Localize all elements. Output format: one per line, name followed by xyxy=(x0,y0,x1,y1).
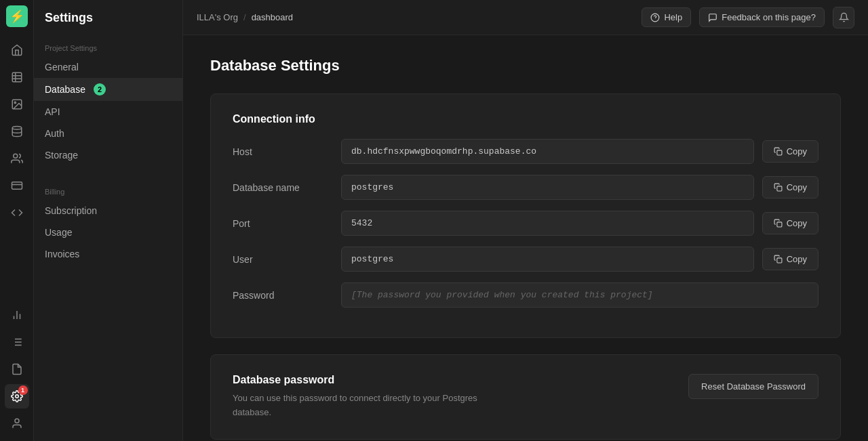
nav-icon-database[interactable] xyxy=(5,119,29,144)
sidebar-item-invoices[interactable]: Invoices xyxy=(34,243,182,265)
sidebar-item-storage-label: Storage xyxy=(45,150,78,161)
bell-icon xyxy=(839,12,849,22)
feedback-label: Feedback on this page? xyxy=(722,12,816,22)
db-password-title: Database password xyxy=(233,374,517,386)
page-title: Database Settings xyxy=(210,57,841,75)
breadcrumb-org[interactable]: ILLA's Org xyxy=(197,12,238,22)
settings-badge: 1 xyxy=(18,385,28,395)
password-row: Password [The password you provided when… xyxy=(233,282,818,308)
host-copy-label: Copy xyxy=(787,146,807,156)
sidebar-item-api[interactable]: API xyxy=(34,101,182,123)
sidebar-item-auth[interactable]: Auth xyxy=(34,123,182,144)
app-logo[interactable]: ⚡ xyxy=(6,5,28,27)
reset-db-password-button[interactable]: Reset Database Password xyxy=(688,374,818,399)
svg-rect-8 xyxy=(12,182,22,190)
sidebar-item-invoices-label: Invoices xyxy=(45,249,79,259)
breadcrumb-sep: / xyxy=(243,12,246,22)
nav-sidebar: Settings Project Settings General Databa… xyxy=(34,0,183,441)
nav-icon-user[interactable] xyxy=(5,411,29,436)
svg-rect-0 xyxy=(12,72,22,82)
db-password-section: Database password You can use this passw… xyxy=(233,374,818,420)
user-row: User postgres Copy xyxy=(233,247,818,272)
sidebar-item-subscription-label: Subscription xyxy=(45,205,97,216)
port-label: Port xyxy=(233,218,328,229)
feedback-button[interactable]: Feedback on this page? xyxy=(699,7,825,27)
db-password-card: Database password You can use this passw… xyxy=(210,354,841,440)
copy-icon-2 xyxy=(774,183,783,192)
help-button[interactable]: Help xyxy=(642,7,691,27)
password-value-wrap: [The password you provided when you crea… xyxy=(341,282,818,308)
port-row: Port 5432 Copy xyxy=(233,211,818,236)
nav-icon-billing[interactable] xyxy=(5,173,29,198)
db-password-info: Database password You can use this passw… xyxy=(233,374,517,420)
settings-title: Settings xyxy=(34,11,182,39)
port-value: 5432 xyxy=(341,211,754,236)
dbname-copy-label: Copy xyxy=(787,182,807,192)
nav-icon-users[interactable] xyxy=(5,146,29,171)
nav-icon-home[interactable] xyxy=(5,38,29,62)
host-copy-button[interactable]: Copy xyxy=(762,140,818,163)
svg-point-5 xyxy=(14,102,16,103)
billing-label: Billing xyxy=(34,182,182,200)
user-label: User xyxy=(233,254,328,265)
icon-sidebar: ⚡ 1 xyxy=(0,0,34,441)
breadcrumb-page: dashboard xyxy=(252,12,293,22)
dbname-value: postgres xyxy=(341,175,754,200)
database-badge: 2 xyxy=(94,83,106,96)
sidebar-item-general-label: General xyxy=(45,62,79,72)
help-label: Help xyxy=(664,12,682,22)
feedback-icon xyxy=(708,13,717,22)
topbar-actions: Help Feedback on this page? xyxy=(642,7,854,28)
nav-icon-image[interactable] xyxy=(5,92,29,117)
dbname-copy-button[interactable]: Copy xyxy=(762,176,818,198)
logo-icon: ⚡ xyxy=(9,9,24,24)
project-settings-label: Project Settings xyxy=(34,39,182,56)
db-password-desc: You can use this password to connect dir… xyxy=(233,392,517,420)
nav-icon-doc[interactable] xyxy=(5,357,29,381)
host-value-wrap: db.hdcfnsxpwwgboqomdrhp.supabase.co Copy xyxy=(341,139,818,164)
port-copy-label: Copy xyxy=(787,218,807,228)
nav-icon-list[interactable] xyxy=(5,330,29,354)
sidebar-item-general[interactable]: General xyxy=(34,56,182,78)
dbname-row: Database name postgres Copy xyxy=(233,175,818,200)
user-copy-button[interactable]: Copy xyxy=(762,248,818,270)
svg-point-7 xyxy=(13,154,17,158)
svg-rect-24 xyxy=(777,186,782,191)
host-value: db.hdcfnsxpwwgboqomdrhp.supabase.co xyxy=(341,139,754,164)
sidebar-item-usage-label: Usage xyxy=(45,227,72,238)
user-copy-label: Copy xyxy=(787,254,807,264)
help-icon xyxy=(650,13,660,22)
svg-point-6 xyxy=(12,127,22,130)
connection-info-title: Connection info xyxy=(233,113,818,125)
connection-info-card: Connection info Host db.hdcfnsxpwwgboqom… xyxy=(210,93,841,338)
svg-point-20 xyxy=(15,419,19,423)
password-label: Password xyxy=(233,290,328,301)
nav-icon-code[interactable] xyxy=(5,201,29,225)
svg-rect-26 xyxy=(777,258,782,263)
nav-icon-table[interactable] xyxy=(5,65,29,89)
user-value-wrap: postgres Copy xyxy=(341,247,818,272)
host-label: Host xyxy=(233,146,328,157)
topbar: ILLA's Org / dashboard Help Feedback on … xyxy=(183,0,868,35)
port-value-wrap: 5432 Copy xyxy=(341,211,818,236)
dbname-label: Database name xyxy=(233,182,328,193)
dbname-value-wrap: postgres Copy xyxy=(341,175,818,200)
host-row: Host db.hdcfnsxpwwgboqomdrhp.supabase.co… xyxy=(233,139,818,164)
notification-button[interactable] xyxy=(833,7,854,28)
sidebar-item-usage[interactable]: Usage xyxy=(34,222,182,243)
nav-icon-settings[interactable]: 1 xyxy=(5,384,29,408)
main-area: ILLA's Org / dashboard Help Feedback on … xyxy=(183,0,868,441)
copy-icon-4 xyxy=(774,255,783,264)
sidebar-item-auth-label: Auth xyxy=(45,128,64,139)
port-copy-button[interactable]: Copy xyxy=(762,212,818,234)
svg-point-19 xyxy=(15,395,18,398)
svg-rect-23 xyxy=(777,150,782,155)
user-value: postgres xyxy=(341,247,754,272)
page-content: Database Settings Connection info Host d… xyxy=(183,35,868,441)
sidebar-item-database[interactable]: Database 2 xyxy=(34,78,182,101)
sidebar-item-storage[interactable]: Storage xyxy=(34,144,182,166)
sidebar-item-subscription[interactable]: Subscription xyxy=(34,200,182,222)
nav-icon-chart[interactable] xyxy=(5,303,29,327)
sidebar-item-database-label: Database xyxy=(45,84,85,95)
copy-icon-3 xyxy=(774,219,783,228)
